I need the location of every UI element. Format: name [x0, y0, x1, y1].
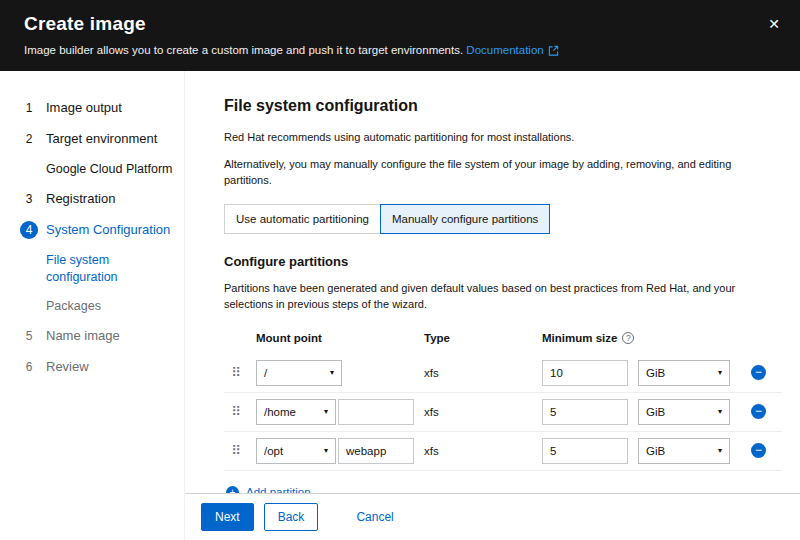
wizard-step-registration[interactable]: 3 Registration: [0, 184, 184, 215]
wizard-substep-file-system-configuration[interactable]: File system configuration: [0, 246, 184, 292]
step-label: Image output: [46, 100, 122, 115]
drag-handle-icon[interactable]: ⠿: [224, 404, 248, 419]
minimum-size-input[interactable]: [542, 438, 628, 464]
wizard-step-name-image: 5 Name image: [0, 321, 184, 352]
drag-handle-icon[interactable]: ⠿: [224, 443, 248, 458]
wizard-nav: 1 Image output 2 Target environment Goog…: [0, 71, 185, 540]
type-header: Type: [424, 332, 534, 344]
wizard-description: Image builder allows you to create a cus…: [24, 44, 463, 56]
minimum-size-header: Minimum size: [542, 332, 617, 344]
partitions-table: Mount point Type Minimum size ? ⠿: [224, 324, 782, 471]
mount-point-value: /opt: [264, 445, 283, 457]
remove-partition-button[interactable]: −: [751, 365, 766, 380]
file-system-configuration-panel: File system configuration Red Hat recomm…: [185, 71, 800, 493]
plus-circle-icon: +: [226, 486, 239, 493]
mount-point-header: Mount point: [256, 332, 416, 344]
manually-configure-partitions-button[interactable]: Manually configure partitions: [380, 204, 550, 234]
unit-select[interactable]: GiB ▾: [638, 438, 730, 464]
remove-partition-button[interactable]: −: [751, 443, 766, 458]
unit-value: GiB: [646, 445, 665, 457]
wizard-step-target-environment[interactable]: 2 Target environment: [0, 124, 184, 155]
wizard-substep-packages[interactable]: Packages: [0, 292, 184, 321]
cancel-button[interactable]: Cancel: [356, 510, 393, 524]
add-partition-label: Add partition: [246, 486, 311, 493]
add-partition-button[interactable]: + Add partition: [226, 486, 311, 493]
step-label: Name image: [46, 328, 120, 343]
page-title: Create image: [24, 13, 776, 35]
type-value: xfs: [424, 367, 534, 379]
unit-select[interactable]: GiB ▾: [638, 360, 730, 386]
drag-handle-icon[interactable]: ⠿: [224, 365, 248, 380]
back-button[interactable]: Back: [264, 503, 319, 531]
step-label: File system configuration: [46, 252, 174, 286]
step-number: 6: [20, 358, 38, 376]
wizard-body: 1 Image output 2 Target environment Goog…: [0, 71, 800, 540]
configure-partitions-title: Configure partitions: [224, 254, 782, 269]
step-label: Target environment: [46, 131, 157, 146]
remove-partition-button[interactable]: −: [751, 404, 766, 419]
create-image-wizard: Create image Image builder allows you to…: [0, 0, 800, 540]
mount-point-suffix-input[interactable]: [338, 399, 414, 425]
partitioning-toggle-group: Use automatic partitioning Manually conf…: [224, 204, 550, 234]
mount-point-value: /home: [264, 406, 296, 418]
mount-point-select[interactable]: / ▾: [256, 360, 342, 386]
step-label: Registration: [46, 191, 115, 206]
step-number: 5: [20, 327, 38, 345]
step-label: Google Cloud Platform: [46, 161, 172, 178]
next-button[interactable]: Next: [201, 503, 254, 531]
unit-value: GiB: [646, 367, 665, 379]
chevron-down-icon: ▾: [324, 407, 328, 416]
section-title: File system configuration: [224, 97, 782, 115]
type-value: xfs: [424, 445, 534, 457]
close-icon[interactable]: ✕: [768, 17, 780, 31]
wizard-footer: Next Back Cancel: [185, 493, 800, 540]
intro-text-1: Red Hat recommends using automatic parti…: [224, 130, 782, 146]
step-number: 2: [20, 130, 38, 148]
mount-point-suffix-input[interactable]: [338, 438, 414, 464]
partition-row: ⠿ /home ▾ xfs GiB ▾: [224, 393, 782, 432]
minimum-size-input[interactable]: [542, 360, 628, 386]
type-value: xfs: [424, 406, 534, 418]
unit-value: GiB: [646, 406, 665, 418]
partition-table-header: Mount point Type Minimum size ?: [224, 324, 782, 354]
wizard-step-review: 6 Review: [0, 352, 184, 383]
step-label: System Configuration: [46, 222, 170, 237]
documentation-link[interactable]: Documentation: [466, 44, 558, 56]
mount-point-value: /: [264, 367, 267, 379]
chevron-down-icon: ▾: [718, 368, 722, 377]
step-number: 4: [20, 221, 38, 239]
help-icon[interactable]: ?: [622, 332, 634, 344]
minimum-size-input[interactable]: [542, 399, 628, 425]
partition-row: ⠿ /opt ▾ xfs GiB ▾: [224, 432, 782, 471]
wizard-step-image-output[interactable]: 1 Image output: [0, 93, 184, 124]
chevron-down-icon: ▾: [718, 446, 722, 455]
unit-select[interactable]: GiB ▾: [638, 399, 730, 425]
step-number: 3: [20, 190, 38, 208]
intro-text-2: Alternatively, you may manually configur…: [224, 157, 782, 189]
documentation-link-label: Documentation: [466, 44, 543, 56]
partition-row: ⠿ / ▾ xfs GiB ▾ −: [224, 354, 782, 393]
mount-point-select[interactable]: /home ▾: [256, 399, 336, 425]
step-label: Packages: [46, 298, 101, 315]
step-label: Review: [46, 359, 89, 374]
step-number: 1: [20, 99, 38, 117]
wizard-step-system-configuration[interactable]: 4 System Configuration: [0, 215, 184, 246]
chevron-down-icon: ▾: [324, 446, 328, 455]
wizard-header: Create image Image builder allows you to…: [0, 0, 800, 71]
use-automatic-partitioning-button[interactable]: Use automatic partitioning: [224, 204, 380, 234]
configure-partitions-description: Partitions have been generated and given…: [224, 281, 782, 313]
wizard-substep-google-cloud-platform[interactable]: Google Cloud Platform: [0, 155, 184, 184]
external-link-icon: [548, 45, 559, 56]
chevron-down-icon: ▾: [718, 407, 722, 416]
mount-point-select[interactable]: /opt ▾: [256, 438, 336, 464]
wizard-main-column: File system configuration Red Hat recomm…: [185, 71, 800, 540]
chevron-down-icon: ▾: [330, 368, 334, 377]
